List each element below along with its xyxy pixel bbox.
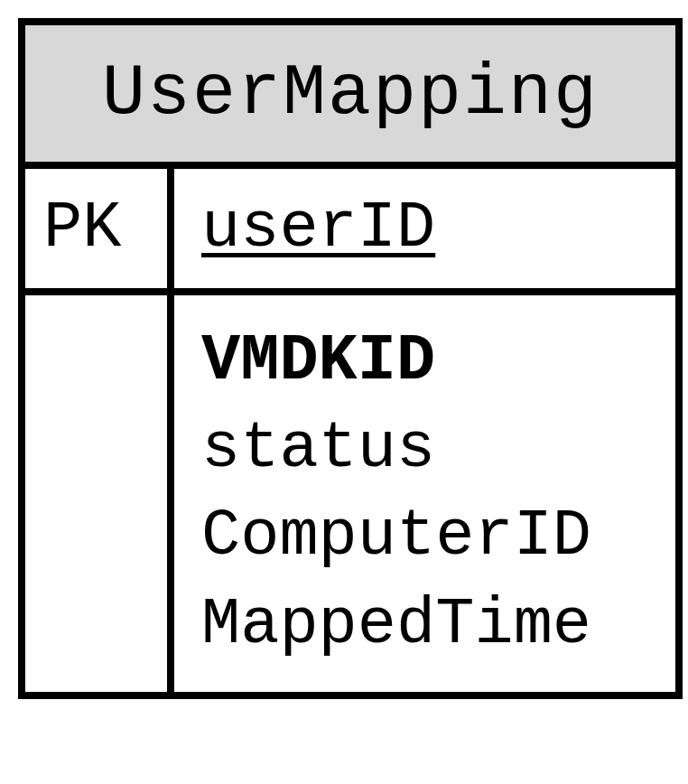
attribute-item: status <box>201 406 648 493</box>
entity-title: UserMapping <box>25 25 675 169</box>
pk-field-cell: userID <box>174 169 675 288</box>
attribute-item: MappedTime <box>201 582 648 669</box>
pk-field: userID <box>201 191 435 266</box>
attributes-list: VMDKID status ComputerID MappedTime <box>174 295 675 692</box>
attributes-key-col <box>25 295 174 692</box>
attributes-row: VMDKID status ComputerID MappedTime <box>25 295 675 692</box>
attribute-item: ComputerID <box>201 493 648 581</box>
pk-row: PK userID <box>25 169 675 295</box>
attribute-item: VMDKID <box>201 318 648 406</box>
entity-table: UserMapping PK userID VMDKID status Comp… <box>18 18 683 699</box>
pk-label: PK <box>25 169 174 288</box>
